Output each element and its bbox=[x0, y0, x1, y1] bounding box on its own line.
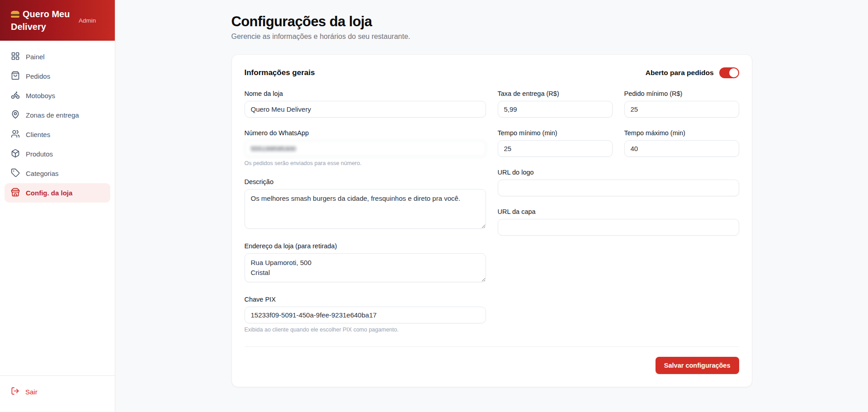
min-order-field-group: Pedido mínimo (R$) bbox=[624, 90, 739, 118]
cover-url-label: URL da capa bbox=[498, 208, 739, 215]
brand-name-label: Quero Meu Delivery bbox=[11, 9, 70, 32]
page-title: Configurações da loja bbox=[231, 14, 752, 30]
min-order-input[interactable] bbox=[624, 101, 739, 118]
min-time-field-group: Tempo mínimo (min) bbox=[498, 129, 613, 157]
store-icon bbox=[11, 188, 20, 198]
store-name-label: Nome da loja bbox=[245, 90, 486, 97]
max-time-input[interactable] bbox=[624, 140, 739, 157]
description-textarea[interactable]: Os melhores smash burgers da cidade, fre… bbox=[245, 189, 486, 229]
sidebar-item-produtos[interactable]: Produtos bbox=[5, 144, 110, 164]
sidebar-nav: Painel Pedidos Motoboys Zonas de entrega… bbox=[0, 41, 115, 209]
open-for-orders-label: Aberto para pedidos bbox=[646, 69, 714, 77]
cover-url-field-group: URL da capa bbox=[498, 208, 739, 236]
open-for-orders-toggle[interactable] bbox=[719, 67, 739, 78]
sidebar-item-label: Zonas de entrega bbox=[26, 111, 79, 119]
sidebar-item-label: Config. da loja bbox=[26, 189, 72, 197]
sidebar-item-label: Categorias bbox=[26, 170, 59, 177]
store-name-input[interactable] bbox=[245, 101, 486, 118]
log-out-icon bbox=[11, 387, 19, 397]
logo-url-label: URL do logo bbox=[498, 169, 739, 176]
pix-input[interactable] bbox=[245, 307, 486, 323]
form-right-column: Taxa de entrega (R$) Pedido mínimo (R$) … bbox=[498, 90, 739, 247]
main-content: Configurações da loja Gerencie as inform… bbox=[115, 0, 868, 412]
package-icon bbox=[11, 149, 20, 159]
sidebar-item-categorias[interactable]: Categorias bbox=[5, 164, 110, 183]
sidebar-footer: Sair bbox=[0, 375, 115, 412]
sidebar-item-zonas-de-entrega[interactable]: Zonas de entrega bbox=[5, 105, 110, 125]
sidebar: Quero Meu Delivery Admin Painel Pedidos … bbox=[0, 0, 115, 412]
min-order-label: Pedido mínimo (R$) bbox=[624, 90, 739, 97]
layout-grid-icon bbox=[11, 52, 20, 62]
card-divider bbox=[245, 346, 739, 347]
brand-header: Quero Meu Delivery Admin bbox=[0, 0, 115, 41]
address-label: Endereço da loja (para retirada) bbox=[245, 242, 486, 250]
min-time-input[interactable] bbox=[498, 140, 613, 157]
sidebar-item-label: Produtos bbox=[26, 150, 53, 158]
logout-button[interactable]: Sair bbox=[5, 382, 110, 401]
description-field-group: Descrição Os melhores smash burgers da c… bbox=[245, 178, 486, 231]
logout-label: Sair bbox=[25, 388, 38, 396]
shopping-bag-icon bbox=[11, 71, 20, 81]
store-name-field-group: Nome da loja bbox=[245, 90, 486, 118]
burger-icon bbox=[11, 11, 19, 18]
min-time-label: Tempo mínimo (min) bbox=[498, 129, 613, 137]
map-pin-icon bbox=[11, 110, 20, 120]
cover-url-input[interactable] bbox=[498, 219, 739, 236]
address-field-group: Endereço da loja (para retirada) Rua Upa… bbox=[245, 242, 486, 284]
delivery-fee-label: Taxa de entrega (R$) bbox=[498, 90, 613, 97]
pix-label: Chave PIX bbox=[245, 296, 486, 303]
sidebar-item-label: Motoboys bbox=[26, 92, 55, 99]
logo-url-field-group: URL do logo bbox=[498, 169, 739, 196]
sidebar-item-label: Painel bbox=[26, 53, 45, 61]
whatsapp-input[interactable] bbox=[245, 140, 486, 157]
sidebar-item-label: Pedidos bbox=[26, 72, 50, 80]
delivery-fee-input[interactable] bbox=[498, 101, 613, 118]
tag-icon bbox=[11, 168, 20, 179]
max-time-label: Tempo máximo (min) bbox=[624, 129, 739, 137]
sidebar-item-painel[interactable]: Painel bbox=[5, 47, 110, 66]
users-icon bbox=[11, 129, 20, 140]
save-settings-button[interactable]: Salvar configurações bbox=[656, 357, 739, 374]
description-label: Descrição bbox=[245, 178, 486, 185]
page-subtitle: Gerencie as informações e horários do se… bbox=[231, 33, 752, 41]
delivery-fee-field-group: Taxa de entrega (R$) bbox=[498, 90, 613, 118]
form-left-column: Nome da loja Número do WhatsApp Os pedid… bbox=[245, 90, 486, 345]
toggle-knob bbox=[729, 68, 738, 77]
sidebar-item-label: Clientes bbox=[26, 131, 50, 138]
whatsapp-helper: Os pedidos serão enviados para esse núme… bbox=[245, 160, 486, 166]
sidebar-item-pedidos[interactable]: Pedidos bbox=[5, 66, 110, 86]
admin-badge: Admin bbox=[79, 17, 96, 24]
pix-helper: Exibida ao cliente quando ele escolher P… bbox=[245, 327, 486, 333]
general-info-card: Informações gerais Aberto para pedidos N… bbox=[231, 54, 752, 387]
whatsapp-label: Número do WhatsApp bbox=[245, 129, 486, 137]
sidebar-item-config-da-loja[interactable]: Config. da loja bbox=[5, 183, 110, 203]
logo-url-input[interactable] bbox=[498, 180, 739, 196]
bike-icon bbox=[11, 90, 20, 101]
section-title: Informações gerais bbox=[245, 68, 315, 77]
brand-name: Quero Meu Delivery bbox=[11, 8, 79, 33]
sidebar-item-motoboys[interactable]: Motoboys bbox=[5, 86, 110, 105]
sidebar-item-clientes[interactable]: Clientes bbox=[5, 125, 110, 144]
max-time-field-group: Tempo máximo (min) bbox=[624, 129, 739, 157]
whatsapp-field-group: Número do WhatsApp Os pedidos serão envi… bbox=[245, 129, 486, 166]
address-textarea[interactable]: Rua Upamoroti, 500 Cristal bbox=[245, 253, 486, 282]
pix-field-group: Chave PIX Exibida ao cliente quando ele … bbox=[245, 296, 486, 333]
